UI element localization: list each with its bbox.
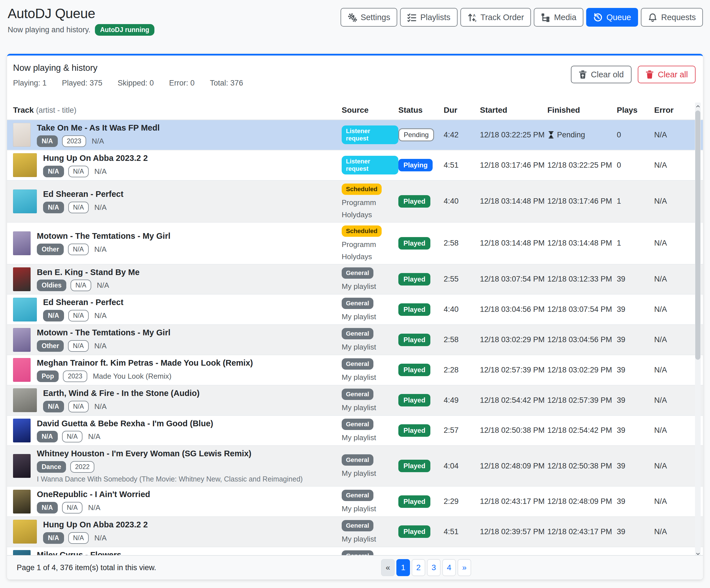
status-cell: Played xyxy=(398,424,444,437)
year-badge: N/A xyxy=(68,166,89,177)
genre-badge: Oldies xyxy=(37,279,66,291)
source-badge: Scheduled xyxy=(342,183,382,195)
duration: 2:58 xyxy=(444,335,480,344)
stat-played: Played: 375 xyxy=(62,79,102,88)
table-scrollbar[interactable] xyxy=(695,102,701,557)
table-row[interactable]: David Guetta & Bebe Rexha - I'm Good (Bl… xyxy=(7,416,703,446)
status-badge: Played xyxy=(398,424,430,437)
page-1-button[interactable]: 1 xyxy=(396,559,410,576)
year-badge: N/A xyxy=(62,431,82,442)
table-row[interactable]: Hung Up On Abba 2023.2 2 N/A N/A N/A Gen… xyxy=(7,517,703,547)
clear-all-label: Clear all xyxy=(658,70,688,79)
table-row[interactable]: Meghan Trainor ft. Kim Petras - Made You… xyxy=(7,355,703,386)
error-value: N/A xyxy=(654,161,689,170)
status-cell: Played xyxy=(398,303,444,316)
svg-text:z: z xyxy=(475,19,476,22)
table-row[interactable]: Whitney Houston - I'm Every Woman (SG Le… xyxy=(7,446,703,487)
genre-badge: N/A xyxy=(43,401,64,412)
settings-button[interactable]: Settings xyxy=(340,8,398,27)
trash-icon xyxy=(645,70,654,79)
track-title: Earth, Wind & Fire - In the Stone (Audio… xyxy=(43,388,199,398)
table-row[interactable]: Ed Sheeran - Perfect N/A N/A N/A General… xyxy=(7,295,703,325)
source-badge: General xyxy=(342,358,373,370)
source-cell: General My playlist xyxy=(342,267,398,291)
started-time: 12/18 03:07:54 PM xyxy=(480,275,547,284)
source-badge: General xyxy=(342,328,373,339)
col-dur: Dur xyxy=(444,106,480,115)
started-time: 12/18 02:57:39 PM xyxy=(480,366,547,374)
table-row[interactable]: Earth, Wind & Fire - In the Stone (Audio… xyxy=(7,386,703,416)
status-badge: Played xyxy=(398,495,430,508)
year-badge: 2022 xyxy=(70,461,94,473)
duration: 4:49 xyxy=(444,396,480,405)
source-playlist-name: My playlist xyxy=(342,343,398,351)
album-name: N/A xyxy=(94,342,106,350)
table-row[interactable]: Take On Me - As It Was FP Medl N/A 2023 … xyxy=(7,120,703,150)
track-info: Take On Me - As It Was FP Medl N/A 2023 … xyxy=(37,123,160,147)
queue-stats: Playing: 1 Played: 375 Skipped: 0 Error:… xyxy=(13,79,243,88)
source-playlist-name: My playlist xyxy=(342,469,398,478)
table-row[interactable]: Motown - The Temtations - My Girl Other … xyxy=(7,325,703,355)
col-error: Error xyxy=(654,106,689,115)
album-art xyxy=(13,490,31,514)
table-row[interactable]: Ed Sheeran - Perfect N/A N/A N/A Schedul… xyxy=(7,181,703,223)
source-cell: General My playlist xyxy=(342,389,398,412)
queue-button[interactable]: Queue xyxy=(586,8,638,27)
track-info: Motown - The Temtations - My Girl Other … xyxy=(37,231,170,255)
track-order-button[interactable]: Az Track Order xyxy=(460,8,531,27)
year-badge: N/A xyxy=(71,279,91,291)
source-badge: Listener request xyxy=(342,125,398,144)
error-value: N/A xyxy=(654,275,689,284)
track-title: Ed Sheeran - Perfect xyxy=(43,297,123,307)
duration: 2:28 xyxy=(444,366,480,374)
finished-time: 12/18 02:43:17 PM xyxy=(547,528,617,536)
year-badge: N/A xyxy=(68,202,89,213)
track-cell: Ed Sheeran - Perfect N/A N/A N/A xyxy=(13,189,342,213)
page-3-button[interactable]: 3 xyxy=(427,559,441,576)
sort-arrows-icon: Az xyxy=(468,13,477,22)
gears-icon xyxy=(348,13,357,22)
pagination: « 1 2 3 4 » xyxy=(381,559,471,576)
table-row[interactable]: Ben E. King - Stand By Me Oldies N/A N/A… xyxy=(7,265,703,295)
page-4-button[interactable]: 4 xyxy=(442,559,456,576)
table-row[interactable]: Motown - The Temtations - My Girl Other … xyxy=(7,223,703,265)
track-cell: David Guetta & Bebe Rexha - I'm Good (Bl… xyxy=(13,419,342,443)
track-info: Whitney Houston - I'm Every Woman (SG Le… xyxy=(37,449,303,483)
page-2-button[interactable]: 2 xyxy=(412,559,425,576)
clear-old-button[interactable]: Clear old xyxy=(571,66,632,83)
error-value: N/A xyxy=(654,366,689,374)
clear-all-button[interactable]: Clear all xyxy=(638,66,695,83)
status-cell: Played xyxy=(398,334,444,346)
hourglass-icon xyxy=(547,131,555,139)
duration: 4:42 xyxy=(444,130,480,139)
track-title: Ben E. King - Stand By Me xyxy=(37,267,140,277)
playlists-button[interactable]: Playlists xyxy=(400,8,457,27)
page-prev-button[interactable]: « xyxy=(381,559,395,576)
error-value: N/A xyxy=(654,197,689,205)
track-cell: Ed Sheeran - Perfect N/A N/A N/A xyxy=(13,297,342,321)
scrollbar-thumb[interactable] xyxy=(695,111,701,360)
table-row[interactable]: OneRepublic - I Ain't Worried N/A N/A N/… xyxy=(7,487,703,517)
track-cell: Take On Me - As It Was FP Medl N/A 2023 … xyxy=(13,123,342,147)
page-title: AutoDJ Queue xyxy=(8,6,155,21)
requests-button[interactable]: Requests xyxy=(641,8,703,27)
scroll-up-arrow[interactable] xyxy=(695,102,701,110)
requests-label: Requests xyxy=(661,13,696,22)
year-badge: 2023 xyxy=(63,370,87,382)
media-button[interactable]: Media xyxy=(534,8,583,27)
started-time: 12/18 03:17:46 PM xyxy=(480,161,547,170)
plays-count: 39 xyxy=(617,305,654,314)
source-cell: General My playlist xyxy=(342,298,398,321)
stat-error: Error: 0 xyxy=(169,79,195,88)
status-badge: Played xyxy=(398,273,430,286)
album-art xyxy=(13,358,31,382)
source-cell: General My playlist xyxy=(342,328,398,351)
source-badge: General xyxy=(342,267,373,279)
source-badge: General xyxy=(342,520,373,531)
started-time: 12/18 02:48:09 PM xyxy=(480,462,547,470)
table-row[interactable]: Hung Up On Abba 2023.2 2 N/A N/A N/A Lis… xyxy=(7,150,703,181)
finished-time: 12/18 03:14:48 PM xyxy=(547,239,617,248)
duration: 2:58 xyxy=(444,239,480,248)
error-value: N/A xyxy=(654,130,689,139)
page-next-button[interactable]: » xyxy=(457,559,471,576)
